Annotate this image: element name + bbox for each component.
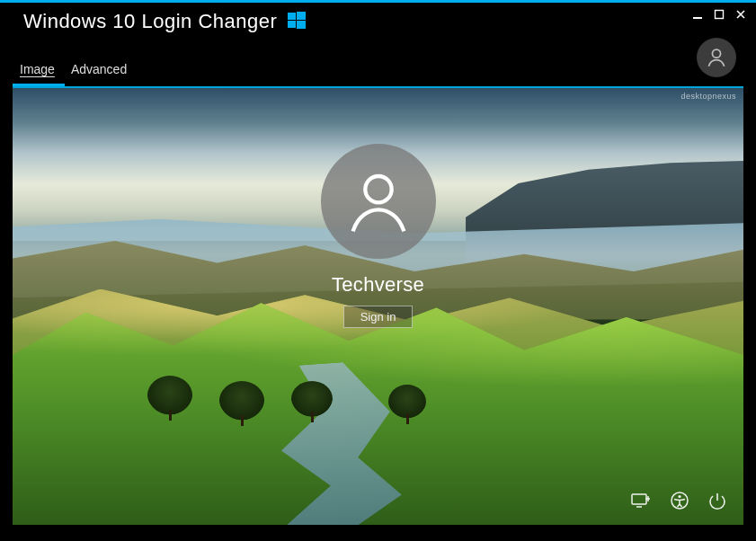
power-icon[interactable] [707,491,727,514]
image-watermark: desktopnexus [680,92,736,101]
svg-point-6 [712,49,720,58]
close-button[interactable] [734,8,747,21]
sign-in-button[interactable]: Sign in [343,306,414,328]
tab-bar: Image Advanced [0,49,756,82]
preview-container: desktopnexus Techverse Sign in [13,86,743,525]
svg-rect-5 [716,11,724,19]
bg-tree [291,381,333,417]
svg-point-7 [365,176,391,202]
user-avatar-icon [321,144,436,259]
svg-rect-3 [297,21,306,29]
bg-tree [219,381,264,421]
svg-rect-2 [288,21,296,28]
ease-of-access-icon[interactable] [670,491,689,514]
svg-rect-8 [632,494,646,504]
window-controls [691,8,747,21]
preview-bottom-icons [630,491,727,514]
login-center: Techverse Sign in [321,144,436,328]
app-title: Windows 10 Login Changer [23,10,277,33]
network-icon[interactable] [630,492,652,513]
svg-rect-1 [297,12,306,20]
minimize-button[interactable] [691,8,704,21]
username-label: Techverse [332,273,424,297]
tab-advanced[interactable]: Advanced [71,62,127,82]
tab-indicator [0,84,756,86]
app-window: Windows 10 Login Changer [0,0,756,541]
tab-image[interactable]: Image [20,62,55,82]
svg-rect-4 [693,17,702,19]
header-user-avatar[interactable] [697,38,736,77]
bg-tree [147,376,192,415]
maximize-button[interactable] [713,8,725,21]
svg-rect-0 [288,13,296,20]
bg-tree [388,385,426,419]
svg-point-10 [678,495,680,498]
titlebar: Windows 10 Login Changer [0,3,756,49]
login-preview[interactable]: desktopnexus Techverse Sign in [13,88,743,525]
windows-logo-icon [288,12,306,33]
